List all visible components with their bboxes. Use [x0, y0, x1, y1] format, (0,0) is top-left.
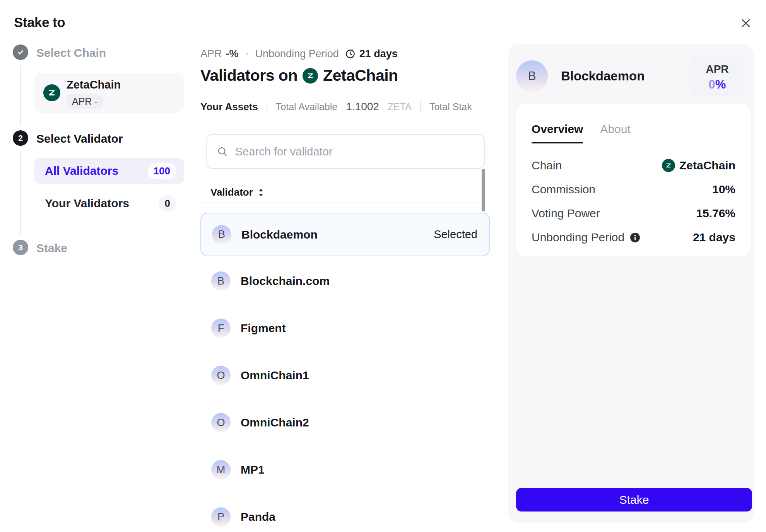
- commission-label: Commission: [532, 183, 595, 196]
- validator-column-label: Validator: [210, 186, 253, 198]
- validator-row-panda[interactable]: P Panda: [200, 493, 490, 532]
- voting-power-label: Voting Power: [532, 207, 600, 220]
- chain-meta-row: APR -% Unbonding Period 21 days: [200, 47, 398, 61]
- overview-card: Overview About Chain ZetaChain Commissio…: [516, 104, 751, 256]
- step3-indicator: 3: [13, 240, 28, 255]
- unbonding-label: Unbonding Period: [532, 231, 641, 244]
- validator-row-blockchain-com[interactable]: B Blockchain.com: [200, 257, 490, 305]
- step2-number: 2: [18, 133, 23, 143]
- your-validators-count-badge: 0: [159, 195, 176, 212]
- validator-name: OmniChain2: [241, 416, 309, 429]
- step-connector: [20, 151, 21, 235]
- tab-overview-label: Overview: [532, 123, 583, 135]
- validator-search: [206, 134, 485, 169]
- close-button[interactable]: [734, 12, 757, 35]
- all-validators-label: All Validators: [45, 164, 118, 177]
- search-icon: [217, 146, 228, 157]
- avatar: M: [211, 460, 231, 479]
- validator-sort-header[interactable]: Validator: [210, 186, 264, 198]
- total-available-value: 1.1002: [346, 101, 379, 113]
- validator-name: OmniChain1: [241, 369, 309, 382]
- avatar: B: [212, 225, 231, 244]
- validator-row-omnichain1[interactable]: O OmniChain1: [200, 352, 490, 399]
- divider: [200, 203, 488, 203]
- divider: [267, 100, 267, 113]
- details-tabs: Overview About: [532, 123, 631, 143]
- your-validators-label: Your Validators: [45, 197, 129, 210]
- selected-chain-card[interactable]: ZetaChain APR -: [34, 73, 184, 113]
- dot-separator: [246, 53, 248, 55]
- chain-value: ZetaChain: [662, 159, 735, 172]
- total-available-label: Total Available: [276, 101, 337, 113]
- detail-row-voting-power: Voting Power 15.76%: [532, 201, 735, 225]
- avatar: B: [516, 60, 548, 92]
- check-icon: [16, 48, 25, 56]
- all-validators-count-badge: 100: [147, 163, 176, 179]
- apr-box-label: APR: [706, 63, 728, 75]
- avatar: B: [211, 271, 231, 291]
- validator-row-blockdaemon[interactable]: B Blockdaemon Selected: [200, 213, 490, 256]
- active-tab-underline: [532, 142, 583, 143]
- tab-about-label: About: [600, 123, 630, 135]
- avatar: O: [211, 366, 231, 385]
- validator-details-panel: B Blockdaemon APR 0% Overview About Chai…: [508, 44, 754, 523]
- selected-badge: Selected: [434, 228, 477, 241]
- step1-indicator: [13, 44, 28, 60]
- validator-row-omnichain2[interactable]: O OmniChain2: [200, 399, 490, 446]
- page-title: Stake to: [14, 15, 65, 30]
- apr-meta-label: APR: [200, 48, 222, 60]
- zetachain-icon: [303, 68, 318, 84]
- chain-value-text: ZetaChain: [679, 159, 735, 172]
- commission-value: 10%: [712, 183, 735, 196]
- search-input[interactable]: [235, 135, 484, 168]
- chain-name: ZetaChain: [67, 78, 121, 91]
- step1-label: Select Chain: [36, 46, 106, 60]
- clock-icon: [345, 49, 356, 59]
- detail-row-commission: Commission 10%: [532, 177, 735, 201]
- detail-rows: Chain ZetaChain Commission 10% Voting Po…: [532, 153, 735, 249]
- step2-indicator: 2: [13, 130, 28, 146]
- heading-prefix: Validators on: [200, 66, 298, 85]
- validator-name: Blockchain.com: [241, 275, 330, 288]
- unbonding-value: 21 days: [693, 231, 735, 244]
- zetachain-icon: [662, 159, 675, 172]
- step3-label: Stake: [36, 242, 67, 255]
- unbonding-meta-label: Unbonding Period: [255, 48, 339, 60]
- avatar: O: [211, 413, 231, 432]
- detail-row-unbonding: Unbonding Period 21 days: [532, 225, 735, 249]
- tab-overview[interactable]: Overview: [532, 123, 583, 143]
- validator-name: Figment: [241, 322, 286, 335]
- your-assets-label: Your Assets: [200, 101, 258, 113]
- list-scrollbar[interactable]: [482, 169, 485, 211]
- chain-label: Chain: [532, 159, 562, 172]
- apr-box-value: 0%: [709, 78, 726, 92]
- tab-about[interactable]: About: [600, 123, 630, 143]
- heading-chain: ZetaChain: [323, 66, 398, 85]
- close-icon: [739, 17, 752, 30]
- step2-label: Select Validator: [36, 132, 123, 145]
- sort-icon: [258, 188, 264, 198]
- apr-percent-sign: %: [715, 78, 726, 91]
- apr-meta-value: -%: [226, 48, 239, 60]
- validator-row-figment[interactable]: F Figment: [200, 305, 490, 352]
- validator-row-mp1[interactable]: M MP1: [200, 446, 490, 493]
- details-validator-name: Blockdaemon: [561, 69, 645, 84]
- zetachain-icon: [43, 84, 60, 101]
- validators-heading: Validators on ZetaChain: [200, 66, 398, 85]
- stake-button[interactable]: Stake: [516, 488, 752, 512]
- assets-summary-row: Your Assets Total Available 1.1002 ZETA …: [200, 99, 490, 114]
- info-icon[interactable]: [629, 232, 641, 243]
- validator-name: Panda: [241, 510, 275, 523]
- avatar: P: [211, 507, 231, 527]
- validator-name: MP1: [241, 463, 265, 476]
- apr-box: APR 0%: [689, 57, 745, 97]
- sidebar-item-all-validators[interactable]: All Validators 100: [34, 158, 184, 184]
- chain-apr-pill: APR -: [67, 94, 103, 109]
- sidebar-item-your-validators[interactable]: Your Validators 0: [34, 190, 184, 217]
- step-connector: [20, 65, 21, 125]
- step3-number: 3: [18, 243, 23, 252]
- total-staked-label: Total Stak: [429, 101, 472, 113]
- detail-row-chain: Chain ZetaChain: [532, 153, 735, 177]
- details-header: B Blockdaemon: [516, 60, 696, 92]
- avatar: F: [211, 319, 231, 338]
